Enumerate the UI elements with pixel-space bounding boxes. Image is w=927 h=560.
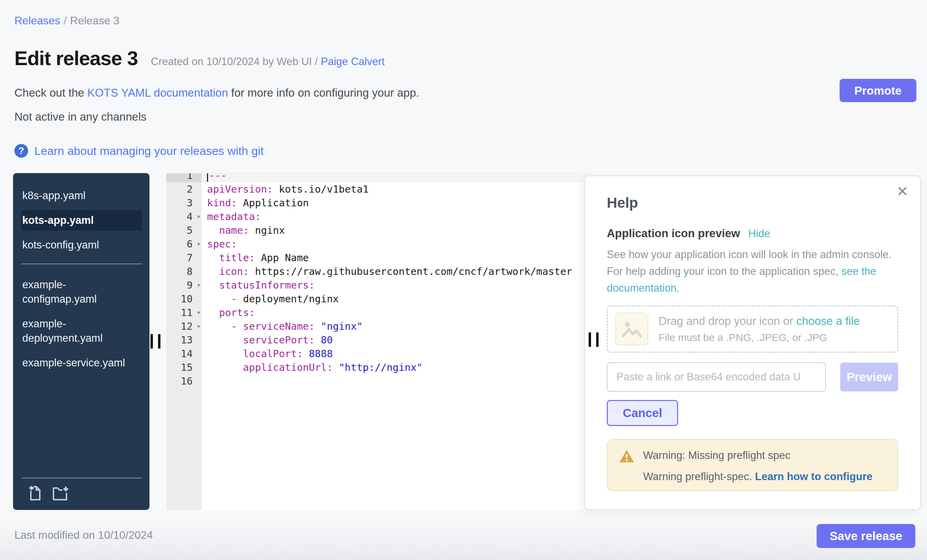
code-line[interactable]: 12▾ - serviceName: "nginx"	[166, 319, 591, 333]
git-help-label: Learn about managing your releases with …	[34, 144, 264, 158]
code-text[interactable]: metadata:	[202, 210, 591, 223]
line-number: 1	[166, 173, 202, 182]
code-line[interactable]: 4▾metadata:	[166, 210, 591, 223]
fold-arrow-icon[interactable]: ▾	[196, 278, 201, 292]
code-line[interactable]: 7 title: App Name	[166, 251, 591, 264]
code-line[interactable]: 8 icon: https://raw.githubusercontent.co…	[166, 264, 591, 278]
code-line[interactable]: 14 localPort: 8888	[166, 347, 591, 361]
file-type-hint: File must be a .PNG, .JPEG, or .JPG	[658, 332, 860, 343]
line-number: 15	[166, 361, 202, 374]
code-text[interactable]: applicationUrl: "http://nginx"	[202, 361, 591, 374]
text-cursor	[207, 173, 208, 182]
code-text[interactable]: localPort: 8888	[202, 347, 591, 361]
sidebar-item-kots-config[interactable]: kots-config.yaml	[13, 235, 149, 255]
line-number: 7	[166, 251, 202, 264]
page-title: Edit release 3	[14, 47, 138, 70]
dropzone-text: Drag and drop your icon or choose a file…	[658, 315, 860, 343]
line-number: 2	[166, 182, 202, 196]
file-sidebar: k8s-app.yamlkots-app.yamlkots-config.yam…	[13, 173, 149, 510]
code-line[interactable]: 15 applicationUrl: "http://nginx"	[166, 361, 591, 374]
choose-file-link[interactable]: choose a file	[796, 315, 860, 327]
line-number: 5	[166, 223, 202, 237]
sidebar-item-example-configmap[interactable]: example-configmap.yaml	[13, 275, 149, 310]
cancel-button[interactable]: Cancel	[607, 400, 678, 426]
icon-url-input[interactable]	[607, 362, 826, 392]
title-row: Edit release 3 Created on 10/10/2024 by …	[14, 47, 384, 70]
code-line[interactable]: 1---	[166, 173, 591, 182]
breadcrumb-separator: /	[64, 14, 67, 27]
close-icon[interactable]: ✕	[897, 184, 909, 199]
line-number: 12▾	[166, 319, 202, 333]
code-text[interactable]: name: nginx	[202, 223, 591, 237]
url-row: Preview	[607, 362, 898, 392]
code-line[interactable]: 10 - deployment/nginx	[166, 292, 591, 306]
help-resize-handle[interactable]	[596, 332, 599, 347]
sidebar-resize-handle[interactable]	[150, 334, 153, 349]
line-number: 10	[166, 292, 202, 306]
created-prefix: Created on 10/10/2024 by Web UI /	[151, 56, 318, 68]
warning-text: Warning: Missing preflight spec Warning …	[643, 449, 872, 483]
image-placeholder-icon	[615, 313, 648, 346]
sidebar-resize-handle[interactable]	[158, 334, 160, 349]
code-line[interactable]: 9▾ statusInformers:	[166, 278, 591, 292]
code-line[interactable]: 11▾ ports:	[166, 306, 591, 319]
sidebar-item-example-service[interactable]: example-service.yaml	[13, 353, 149, 373]
code-line[interactable]: 5 name: nginx	[166, 223, 591, 237]
code-text[interactable]: icon: https://raw.githubusercontent.com/…	[202, 264, 591, 278]
promote-button[interactable]: Promote	[840, 79, 916, 102]
fold-arrow-icon[interactable]: ▾	[196, 237, 201, 251]
code-line[interactable]: 16	[166, 374, 591, 388]
breadcrumb-current: Release 3	[70, 14, 119, 27]
code-line[interactable]: 6▾spec:	[166, 237, 591, 251]
code-line[interactable]: 13 servicePort: 80	[166, 333, 591, 347]
code-editor[interactable]: 1---2apiVersion: kots.io/v1beta13kind: A…	[166, 173, 591, 510]
code-text[interactable]: kind: Application	[202, 196, 591, 210]
help-title: Help	[607, 195, 898, 211]
channel-status: Not active in any channels	[14, 110, 146, 123]
code-text[interactable]	[202, 374, 591, 388]
warning-body: Warning preflight-spec.	[643, 470, 755, 483]
created-text: Created on 10/10/2024 by Web UI / Paige …	[151, 56, 384, 68]
icon-dropzone[interactable]: Drag and drop your icon or choose a file…	[607, 305, 898, 353]
hide-link[interactable]: Hide	[748, 228, 770, 240]
intro-text: Check out the KOTS YAML documentation fo…	[14, 87, 419, 99]
breadcrumb-link-releases[interactable]: Releases	[14, 14, 60, 27]
file-list: k8s-app.yamlkots-app.yamlkots-config.yam…	[13, 185, 149, 373]
sidebar-item-k8s-app[interactable]: k8s-app.yaml	[13, 185, 149, 206]
code-line[interactable]: 3kind: Application	[166, 196, 591, 210]
fold-arrow-icon[interactable]: ▾	[196, 306, 201, 319]
code-text[interactable]: title: App Name	[202, 251, 591, 264]
code-text[interactable]: servicePort: 80	[202, 333, 591, 347]
line-number: 3	[166, 196, 202, 210]
created-by-link[interactable]: Paige Calvert	[321, 56, 384, 68]
intro-prefix: Check out the	[14, 87, 87, 99]
code-text[interactable]: spec:	[202, 237, 591, 251]
line-number: 8	[166, 264, 202, 278]
sidebar-item-kots-app[interactable]: kots-app.yaml	[21, 210, 142, 231]
code-text[interactable]: apiVersion: kots.io/v1beta1	[202, 182, 591, 196]
code-text[interactable]: ---	[202, 173, 591, 182]
save-release-button[interactable]: Save release	[817, 524, 915, 548]
kots-docs-link[interactable]: KOTS YAML documentation	[87, 87, 228, 99]
code-text[interactable]: statusInformers:	[202, 278, 591, 292]
warning-icon	[619, 449, 634, 483]
code-text[interactable]: - deployment/nginx	[202, 292, 591, 306]
fold-arrow-icon[interactable]: ▾	[196, 319, 201, 333]
git-help-link[interactable]: ? Learn about managing your releases wit…	[14, 144, 264, 158]
line-number: 13	[166, 333, 202, 347]
new-file-icon[interactable]	[28, 485, 43, 502]
intro-suffix: for more info on configuring your app.	[228, 87, 419, 99]
preview-button[interactable]: Preview	[840, 363, 898, 392]
warning-title: Warning: Missing preflight spec	[643, 449, 872, 461]
sidebar-footer	[13, 478, 149, 510]
code-text[interactable]: - serviceName: "nginx"	[202, 319, 591, 333]
warning-link[interactable]: Learn how to configure	[755, 470, 872, 483]
line-number: 11▾	[166, 306, 202, 319]
fold-arrow-icon[interactable]: ▾	[196, 210, 201, 223]
code-text[interactable]: ports:	[202, 306, 591, 319]
help-resize-handle[interactable]	[589, 332, 591, 347]
sidebar-divider	[21, 264, 142, 264]
new-folder-icon[interactable]	[52, 485, 70, 502]
code-line[interactable]: 2apiVersion: kots.io/v1beta1	[166, 182, 591, 196]
sidebar-item-example-deployment[interactable]: example-deployment.yaml	[13, 314, 149, 349]
